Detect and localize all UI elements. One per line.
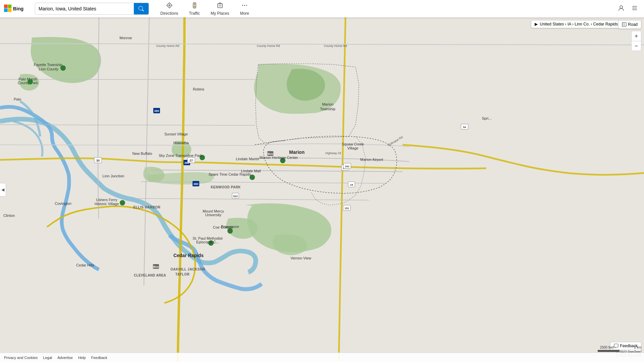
- svg-point-87: [28, 79, 33, 84]
- svg-text:Palo: Palo: [14, 97, 21, 101]
- search-input[interactable]: [35, 3, 134, 14]
- my-places-icon: [217, 2, 223, 10]
- svg-text:94: 94: [463, 126, 466, 129]
- svg-rect-110: [622, 22, 626, 26]
- svg-text:Highway 33: Highway 33: [325, 152, 341, 155]
- svg-point-86: [60, 65, 66, 71]
- svg-text:27: 27: [190, 159, 193, 162]
- road-view-button[interactable]: Road: [618, 20, 641, 29]
- svg-text:TAYLOR: TAYLOR: [175, 273, 190, 276]
- svg-text:KENWOOD PARK: KENWOOD PARK: [211, 185, 241, 189]
- collapse-icon: ◀: [1, 187, 4, 192]
- svg-text:Covington: Covington: [55, 201, 71, 205]
- svg-text:CLEVELAND AREA: CLEVELAND AREA: [134, 274, 166, 277]
- nav-items: Directions Traffic: [156, 1, 254, 17]
- map-container[interactable]: 380 380 380 30 27 151 Monroe Palo Robins…: [0, 17, 644, 362]
- nav-traffic[interactable]: Traffic: [184, 1, 205, 17]
- svg-point-17: [246, 5, 247, 6]
- footer-legal[interactable]: Legal: [43, 356, 52, 360]
- svg-text:Cedar Rapids: Cedar Rapids: [173, 253, 204, 258]
- svg-rect-2: [4, 8, 8, 12]
- svg-point-10: [194, 5, 195, 6]
- map-svg: 380 380 380 30 27 151 Monroe Palo Robins…: [0, 17, 644, 362]
- svg-text:ELLIS HARBOR: ELLIS HARBOR: [133, 205, 161, 209]
- svg-text:Linn County: Linn County: [39, 67, 59, 71]
- svg-text:County Home Rd: County Home Rd: [156, 44, 179, 48]
- zoom-out-button[interactable]: −: [631, 41, 641, 51]
- svg-text:30: 30: [96, 159, 100, 162]
- svg-text:University: University: [205, 213, 222, 217]
- svg-text:19: 19: [350, 183, 353, 186]
- svg-text:Clinton: Clinton: [3, 214, 15, 218]
- footer-advertise[interactable]: Advertise: [57, 356, 73, 360]
- breadcrumb-bar[interactable]: ▶ United States › IA › Linn Co. › Cedar …: [531, 20, 627, 28]
- svg-point-9: [194, 3, 195, 5]
- directions-icon: [166, 2, 173, 10]
- svg-rect-0: [4, 5, 8, 8]
- more-label: More: [240, 11, 249, 16]
- svg-point-78: [120, 200, 125, 205]
- nav-more[interactable]: More: [235, 1, 254, 17]
- scale-km: 1 km: [634, 346, 641, 349]
- svg-text:Bing: Bing: [13, 6, 24, 11]
- traffic-icon: [191, 2, 198, 10]
- svg-point-11: [194, 6, 195, 7]
- svg-text:Lindale Manor: Lindale Manor: [236, 157, 259, 161]
- svg-point-15: [242, 5, 243, 6]
- svg-text:151: 151: [344, 207, 349, 210]
- svg-text:Monroe: Monroe: [119, 36, 132, 40]
- nav-directions[interactable]: Directions: [156, 1, 183, 17]
- svg-rect-12: [218, 4, 222, 8]
- svg-text:Robins: Robins: [193, 87, 205, 91]
- collapse-sidebar-button[interactable]: ◀: [0, 183, 6, 196]
- svg-text:OAKHILL JACKSON: OAKHILL JACKSON: [170, 267, 205, 271]
- nav-my-places[interactable]: My Places: [206, 1, 234, 17]
- svg-text:Marion Airport: Marion Airport: [360, 158, 383, 162]
- footer-privacy[interactable]: Privacy and Cookies: [4, 356, 38, 360]
- zoom-in-button[interactable]: +: [631, 31, 641, 41]
- header: Bing Directions: [0, 0, 644, 17]
- search-button[interactable]: [134, 3, 149, 14]
- user-button[interactable]: [616, 3, 627, 15]
- more-icon: [241, 2, 248, 10]
- svg-text:Marion: Marion: [289, 149, 305, 155]
- svg-text:Village: Village: [347, 146, 359, 150]
- breadcrumb-arrow-icon: ▶: [535, 22, 538, 26]
- svg-text:181: 181: [345, 165, 350, 168]
- scale-labels: 2500 feet 1 km: [600, 346, 641, 349]
- svg-text:Fayette Township,: Fayette Township,: [34, 63, 63, 67]
- footer-help[interactable]: Help: [78, 356, 86, 360]
- svg-text:Vernon View: Vernon View: [290, 256, 311, 260]
- svg-text:County Home Rd: County Home Rd: [257, 44, 280, 48]
- svg-text:Spri...: Spri...: [482, 116, 492, 120]
- svg-text:New Buffalo: New Buffalo: [132, 152, 152, 156]
- svg-rect-3: [8, 8, 12, 12]
- svg-point-18: [620, 6, 623, 8]
- header-right: [616, 3, 640, 15]
- svg-text:Sky Zone Trampoline Park: Sky Zone Trampoline Park: [159, 154, 202, 158]
- svg-text:380: 380: [154, 109, 159, 113]
- svg-text:Township: Township: [320, 107, 335, 111]
- bing-logo[interactable]: Bing: [4, 4, 31, 13]
- svg-text:922: 922: [233, 195, 238, 198]
- scale-feet: 2500 feet: [600, 346, 614, 349]
- my-places-label: My Places: [211, 11, 229, 16]
- svg-text:Marion Heritage Center: Marion Heritage Center: [260, 156, 298, 160]
- svg-text:Linn Junction: Linn Junction: [103, 174, 124, 178]
- svg-text:Lindale Mall: Lindale Mall: [241, 169, 261, 173]
- svg-text:Cedar Hills: Cedar Hills: [76, 263, 94, 267]
- footer-feedback[interactable]: Feedback: [91, 356, 107, 360]
- breadcrumb-text: United States › IA › Linn Co. › Cedar Ra…: [540, 22, 618, 26]
- svg-text:Bus: Bus: [267, 152, 273, 156]
- svg-text:Episcopal C...: Episcopal C...: [196, 240, 219, 244]
- directions-label: Directions: [160, 11, 178, 16]
- svg-text:Sunset Village: Sunset Village: [164, 132, 188, 136]
- footer: Privacy and Cookies Legal Advertise Help…: [0, 353, 644, 362]
- search-box-container: [35, 3, 149, 15]
- traffic-label: Traffic: [189, 11, 200, 16]
- svg-text:380: 380: [193, 182, 198, 186]
- menu-button[interactable]: [629, 3, 640, 15]
- svg-text:County Home Rd: County Home Rd: [324, 44, 347, 48]
- svg-text:Hiawatha: Hiawatha: [173, 141, 189, 145]
- svg-text:Ushers Ferry: Ushers Ferry: [96, 198, 117, 202]
